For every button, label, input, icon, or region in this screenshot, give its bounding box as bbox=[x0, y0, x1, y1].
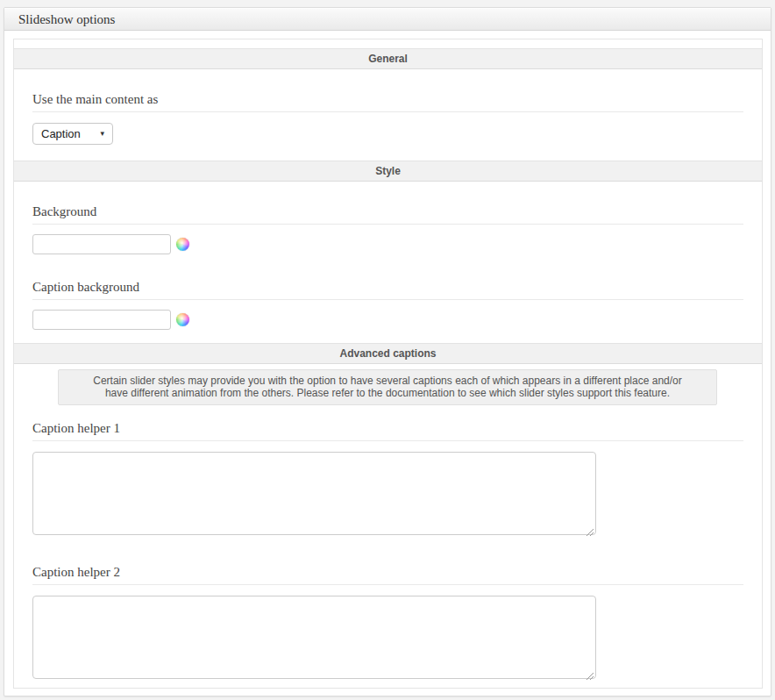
section-title: Style bbox=[375, 165, 401, 177]
resize-grip-icon[interactable] bbox=[586, 668, 594, 677]
caption-background-label: Caption background bbox=[32, 280, 743, 300]
color-picker-icon[interactable] bbox=[176, 313, 189, 326]
caption-helper-1-wrap bbox=[32, 452, 596, 535]
main-content-label: Use the main content as bbox=[32, 92, 743, 112]
field-caption-helpers: Caption helper 1 Caption helper 2 bbox=[14, 421, 762, 679]
caption-helper-1-label: Caption helper 1 bbox=[32, 421, 743, 441]
main-content-selected-value: Caption bbox=[41, 127, 81, 140]
caption-background-input-row bbox=[32, 310, 743, 330]
color-picker-icon[interactable] bbox=[176, 238, 189, 251]
chevron-down-icon: ▾ bbox=[100, 130, 104, 138]
field-background: Background Caption background bbox=[14, 204, 762, 330]
caption-helper-2-textarea[interactable] bbox=[32, 596, 596, 679]
section-header-advanced-captions: Advanced captions bbox=[14, 343, 762, 364]
advanced-captions-info: Certain slider styles may provide you wi… bbox=[58, 369, 717, 405]
caption-helper-2-wrap bbox=[32, 596, 596, 679]
main-content-select[interactable]: Caption ▾ bbox=[32, 123, 113, 145]
caption-background-input[interactable] bbox=[32, 310, 171, 330]
panel-body: General Use the main content as Caption … bbox=[4, 31, 771, 696]
caption-helper-2-label: Caption helper 2 bbox=[32, 565, 743, 585]
options-form: General Use the main content as Caption … bbox=[13, 39, 763, 689]
background-label: Background bbox=[32, 204, 743, 225]
field-main-content: Use the main content as Caption ▾ bbox=[14, 92, 762, 145]
panel-header[interactable]: Slideshow options bbox=[4, 8, 771, 31]
section-title: Advanced captions bbox=[339, 347, 436, 360]
section-header-style: Style bbox=[14, 161, 762, 182]
caption-helper-1-textarea[interactable] bbox=[32, 452, 596, 535]
section-header-general: General bbox=[14, 48, 762, 69]
resize-grip-icon[interactable] bbox=[586, 525, 594, 533]
slideshow-options-panel: Slideshow options General Use the main c… bbox=[4, 7, 771, 696]
section-title: General bbox=[368, 53, 408, 65]
background-input[interactable] bbox=[32, 234, 171, 254]
panel-title: Slideshow options bbox=[18, 12, 115, 26]
background-input-row bbox=[32, 234, 743, 254]
